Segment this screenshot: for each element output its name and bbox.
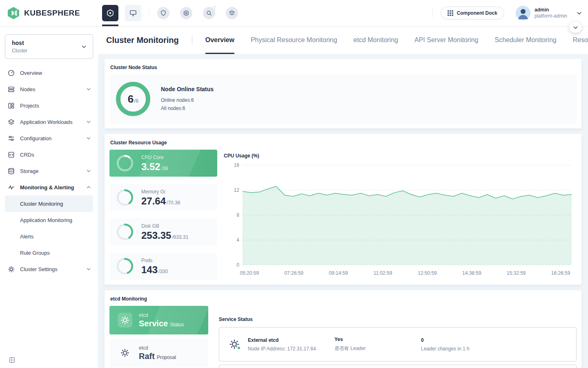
tile-label: CPU Core [141, 155, 168, 161]
nodes-icon [7, 85, 15, 93]
svg-text:05:20:59: 05:20:59 [240, 270, 259, 276]
sidebar-item-nodes[interactable]: Nodes [0, 81, 98, 97]
etcd-tiles: etcd Service Status etcd [109, 306, 208, 368]
cluster-type: Cluster [12, 47, 27, 54]
storage-icon [7, 167, 15, 175]
sidebar-item-cluster-monitoring[interactable]: Cluster Monitoring [5, 195, 93, 212]
sidebar-item-rule-groups[interactable]: Rule Groups [5, 245, 93, 261]
platform-icon-button[interactable] [102, 5, 118, 21]
user-role: platform-admin [535, 13, 567, 19]
tile-value: 3.52 [141, 161, 160, 172]
collapse-header-button[interactable] [569, 22, 581, 33]
workbench-icon [129, 9, 137, 17]
cluster-selector[interactable]: host Cluster [5, 34, 93, 59]
sidebar-item-cluster-settings[interactable]: Cluster Settings [0, 261, 98, 277]
tab-overview[interactable]: Overview [205, 26, 234, 54]
chart-title: CPU Usage (%) [224, 153, 577, 159]
sidebar-item-label: CRDs [20, 152, 34, 158]
sidebar-item-label: Nodes [20, 86, 36, 92]
crds-icon [7, 151, 15, 158]
chevron-up-icon [87, 186, 91, 188]
page-title: Cluster Monitoring [106, 36, 179, 45]
brand-name: KUBESPHERE [24, 9, 80, 18]
donut-center-text: 6 /6 [128, 93, 138, 105]
sidebar-item-monitoring-alerting[interactable]: Monitoring & Alerting [0, 179, 98, 195]
tile-value: 143 [141, 264, 158, 275]
sidebar-subitem-label: Cluster Monitoring [20, 201, 63, 207]
notification-dot [212, 6, 216, 10]
etcd-node-column: External etcd Node IP Address: 172.31.17… [248, 337, 334, 352]
main-content: Cluster Monitoring Overview Physical Res… [98, 26, 588, 368]
workspace-layers-button[interactable] [226, 7, 238, 19]
kubesphere-logo[interactable]: KUBESPHERE [7, 7, 80, 20]
sidebar-subitem-label: Alerts [20, 233, 33, 240]
tab-etcd-monitoring[interactable]: etcd Monitoring [354, 26, 398, 54]
tile-total: /70.36 [167, 200, 180, 206]
sidebar-item-label: Application Workloads [20, 119, 72, 125]
pods-usage-tile[interactable]: Pods 143 /330 [109, 253, 217, 280]
memory-donut [117, 189, 133, 206]
tab-scheduler-monitoring[interactable]: Scheduler Monitoring [494, 26, 556, 54]
tile-label: Memory Gi [141, 189, 180, 195]
sidebar-item-storage[interactable]: Storage [0, 163, 98, 179]
tile-total: /330 [158, 269, 168, 274]
avatar [516, 6, 530, 20]
cpu-usage-tile[interactable]: CPU Core 3.52 /36 [109, 150, 217, 177]
tile-big-label: Service [139, 319, 168, 328]
sidebar-item-label: Storage [20, 168, 39, 174]
tab-physical-resource-monitoring[interactable]: Physical Resource Monitoring [251, 26, 337, 54]
sidebar-menu: Overview Nodes Projects Application Work… [0, 65, 98, 277]
collapse-sidebar-button[interactable] [9, 357, 15, 363]
sidebar-item-application-workloads[interactable]: Application Workloads [0, 114, 98, 130]
etcd-raft-proposal-tile[interactable]: etcd Raft Proposal [109, 339, 208, 367]
etcd-service-status-panel: Service Status External etcd Node IP Add… [219, 306, 577, 368]
shield-icon [160, 10, 167, 16]
user-menu[interactable]: admin platform-admin [516, 6, 581, 20]
node-status-text: Node Online Status Online nodes:6 All no… [161, 86, 214, 112]
tile-label: Disk GB [141, 223, 188, 229]
grid-icon [448, 10, 453, 16]
access-control-button[interactable] [157, 7, 169, 19]
dashboard-icon [7, 69, 15, 76]
cpu-usage-chart-panel: CPU Usage (%) 048121605:20:5907:26:5909:… [220, 150, 577, 280]
tile-label: Pods [141, 258, 168, 264]
sidebar-item-application-monitoring[interactable]: Application Monitoring [5, 212, 93, 228]
sidebar-item-projects[interactable]: Projects [0, 97, 98, 114]
cluster-resource-usage-card: Cluster Resource Usage CPU Core 3.52 /36 [105, 134, 581, 285]
app-workloads-icon [7, 118, 15, 126]
tile-value: 27.64 [141, 195, 166, 206]
monitoring-search-button[interactable] [203, 7, 215, 19]
sidebar-item-overview[interactable]: Overview [0, 65, 98, 81]
etcd-service-status-tile[interactable]: etcd Service Status [109, 306, 208, 334]
right-divider [432, 9, 433, 18]
card-title: Cluster Node Status [110, 65, 577, 70]
disk-usage-tile[interactable]: Disk GB 253.35 /633.31 [109, 218, 217, 245]
search-icon [206, 10, 212, 16]
hexnut-icon [183, 10, 189, 16]
content-area: Cluster Node Status 6 /6 Node Online Sta… [98, 54, 588, 368]
etcd-gear-icon [120, 348, 129, 357]
card-title: etcd Monitoring [110, 296, 577, 302]
resource-tiles: CPU Core 3.52 /36 Memory Gi 27.6 [109, 150, 217, 280]
page-header: Cluster Monitoring Overview Physical Res… [98, 26, 588, 54]
component-dock-button[interactable]: Component Dock [441, 7, 504, 20]
etcd-gear-icon [120, 316, 129, 325]
sidebar-item-crds[interactable]: CRDs [0, 146, 98, 163]
memory-usage-tile[interactable]: Memory Gi 27.64 /70.36 [109, 184, 217, 211]
tile-group: etcd [139, 345, 176, 351]
layers-icon [229, 10, 235, 16]
sidebar-item-alerts[interactable]: Alerts [5, 228, 93, 245]
chevron-down-icon [573, 26, 578, 29]
svg-text:0: 0 [236, 262, 239, 268]
chevron-down-icon [87, 137, 91, 139]
nav-divider [149, 9, 149, 18]
workbench-icon-button[interactable] [125, 5, 141, 21]
sidebar-item-configuration[interactable]: Configuration [0, 130, 98, 146]
leader-changes-value: 0 [421, 337, 508, 343]
app-management-button[interactable] [180, 7, 192, 19]
tab-api-server-monitoring[interactable]: API Server Monitoring [414, 26, 479, 54]
etcd-monitoring-card: etcd Monitoring etcd Service Status [105, 290, 581, 368]
etcd-status-row-partial [219, 365, 577, 368]
etcd-node-status-row: External etcd Node IP Address: 172.31.17… [219, 327, 577, 361]
node-status-panel: 6 /6 Node Online Status Online nodes:6 A… [109, 74, 577, 123]
